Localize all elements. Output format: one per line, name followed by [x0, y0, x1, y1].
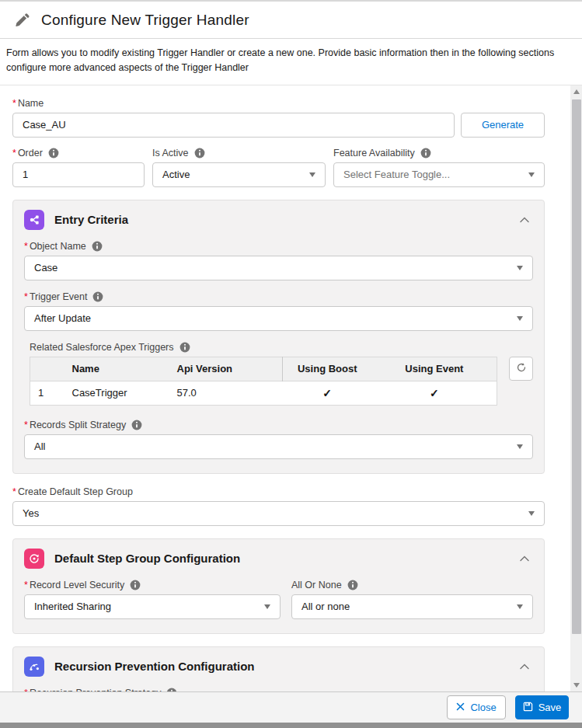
trigger-event-label: * Trigger Event — [24, 291, 533, 302]
cell-api-version: 57.0 — [169, 381, 283, 405]
order-label: * Order — [12, 148, 145, 158]
form-content: * Name Generate * Order — [0, 85, 570, 691]
dropdown-icon — [309, 172, 315, 177]
dropdown-icon — [517, 316, 523, 321]
scroll-up-icon[interactable] — [570, 85, 582, 98]
column-header-using-event[interactable]: Using Event — [372, 357, 497, 381]
recursion-prevention-header: Recursion Prevention Configuration — [24, 657, 533, 677]
dropdown-icon — [517, 266, 523, 270]
section-title: Recursion Prevention Configuration — [54, 660, 516, 673]
entry-criteria-header: Entry Criteria — [24, 210, 533, 230]
table-row[interactable]: 1 CaseTrigger 57.0 ✓ ✓ — [30, 381, 497, 405]
chevron-up-icon[interactable] — [516, 550, 533, 567]
all-or-none-label: All Or None — [291, 580, 533, 590]
all-or-none-select[interactable]: All or none — [291, 594, 533, 619]
records-split-strategy-label: * Records Split Strategy — [24, 420, 533, 430]
entry-criteria-section: Entry Criteria * Object Name Case — [12, 200, 545, 474]
chevron-up-icon[interactable] — [516, 211, 533, 228]
page-title: Configure New Trigger Handler — [41, 12, 249, 29]
dropdown-icon — [517, 604, 523, 609]
object-name-label: * Object Name — [24, 241, 533, 252]
info-icon[interactable] — [194, 148, 205, 158]
scroll-down-icon[interactable] — [570, 679, 582, 691]
modal-header: Configure New Trigger Handler — [0, 2, 582, 39]
step-group-icon — [24, 549, 44, 569]
recursion-prevention-section: Recursion Prevention Configuration * Rec… — [12, 646, 545, 691]
cell-trigger-name: CaseTrigger — [64, 381, 169, 405]
dropdown-icon — [528, 511, 535, 516]
pencil-icon — [14, 12, 31, 29]
row-number: 1 — [30, 381, 64, 405]
check-icon: ✓ — [283, 381, 372, 405]
info-icon[interactable] — [166, 688, 177, 691]
feature-availability-label: Feature Availability — [333, 148, 545, 158]
is-active-select[interactable]: Active — [152, 162, 326, 187]
info-icon[interactable] — [131, 420, 142, 430]
save-disk-icon — [523, 702, 533, 714]
apex-triggers-table: Name Api Version Using Boost Using Event… — [30, 357, 497, 406]
section-title: Entry Criteria — [54, 213, 516, 226]
records-split-strategy-select[interactable]: All — [24, 434, 533, 459]
feature-availability-select[interactable]: Select Feature Toggle... — [333, 162, 545, 187]
record-level-security-label: * Record Level Security — [24, 580, 281, 590]
info-icon[interactable] — [92, 241, 103, 252]
refresh-button[interactable] — [509, 357, 533, 381]
save-button[interactable]: Save — [515, 695, 569, 719]
dropdown-icon — [264, 604, 270, 609]
section-title: Default Step Group Configuration — [54, 552, 516, 565]
close-x-icon — [456, 702, 465, 713]
refresh-icon — [516, 362, 527, 375]
column-header-using-boost[interactable]: Using Boost — [283, 357, 372, 381]
recursion-prevention-strategy-label: * Recursion Prevention Strategy — [24, 688, 533, 691]
order-input[interactable] — [12, 162, 145, 187]
related-apex-triggers-label: Related Salesforce Apex Triggers — [30, 342, 533, 353]
entry-criteria-icon — [24, 210, 44, 230]
generate-button[interactable]: Generate — [461, 113, 545, 138]
is-active-label: Is Active — [152, 148, 326, 158]
object-name-select[interactable]: Case — [24, 256, 533, 280]
default-step-group-header: Default Step Group Configuration — [24, 549, 533, 569]
create-default-step-group-select[interactable]: Yes — [12, 501, 545, 526]
close-button[interactable]: Close — [447, 695, 506, 719]
dropdown-icon — [528, 172, 535, 177]
window-bottom-edge — [0, 723, 582, 728]
form-scroll-region: * Name Generate * Order — [0, 85, 582, 691]
info-icon[interactable] — [92, 291, 103, 302]
info-icon[interactable] — [179, 342, 190, 353]
recursion-icon — [24, 657, 44, 677]
info-icon[interactable] — [420, 148, 431, 158]
name-label: * Name — [12, 98, 455, 109]
form-description: Form allows you to modify existing Trigg… — [0, 39, 582, 85]
record-level-security-select[interactable]: Inherited Sharing — [24, 594, 281, 619]
info-icon[interactable] — [130, 580, 141, 590]
table-header-row: Name Api Version Using Boost Using Event — [30, 357, 497, 381]
info-icon[interactable] — [48, 148, 59, 158]
trigger-event-select[interactable]: After Update — [24, 306, 533, 331]
column-header-api-version[interactable]: Api Version — [169, 357, 283, 381]
column-header-name[interactable]: Name — [64, 357, 169, 381]
chevron-up-icon[interactable] — [516, 658, 533, 675]
name-input[interactable] — [12, 113, 455, 138]
check-icon: ✓ — [372, 381, 497, 405]
scrollbar-track[interactable] — [570, 98, 582, 679]
scrollbar-thumb[interactable] — [572, 99, 581, 634]
info-icon[interactable] — [347, 580, 358, 590]
default-step-group-section: Default Step Group Configuration * Recor… — [12, 538, 545, 634]
create-default-step-group-label: * Create Default Step Group — [12, 486, 545, 497]
vertical-scrollbar[interactable] — [570, 85, 582, 691]
configure-trigger-handler-modal: Configure New Trigger Handler Form allow… — [0, 0, 582, 728]
modal-footer: Close Save — [0, 691, 582, 723]
dropdown-icon — [517, 444, 523, 449]
